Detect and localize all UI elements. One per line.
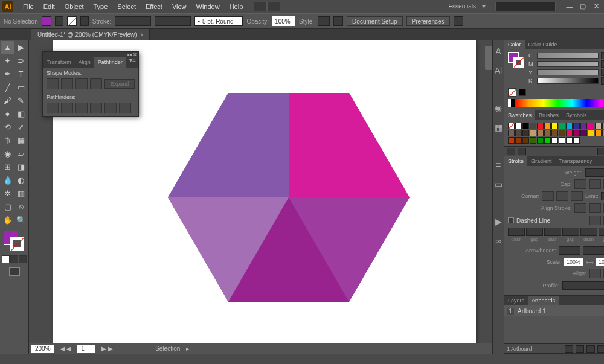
search-input[interactable] bbox=[495, 2, 556, 11]
tab-pathfinder[interactable]: Pathfinder bbox=[94, 57, 126, 68]
actions-panel-icon[interactable]: ▶ bbox=[493, 216, 504, 227]
stroke-color-swatch[interactable] bbox=[67, 16, 77, 26]
swatch[interactable] bbox=[544, 130, 551, 136]
swatch[interactable] bbox=[559, 137, 565, 144]
corner-round-button[interactable] bbox=[556, 191, 568, 201]
symbol-sprayer-tool[interactable]: ✲ bbox=[1, 187, 14, 200]
stroke-weight-input[interactable] bbox=[115, 16, 151, 26]
mesh-tool[interactable]: ⊞ bbox=[1, 161, 14, 173]
transform-panel-icon[interactable]: ▭ bbox=[493, 179, 504, 190]
direct-selection-tool[interactable]: ▶ bbox=[14, 41, 27, 54]
status-chevron-icon[interactable]: ▸ bbox=[186, 345, 189, 352]
rectangle-tool[interactable]: ▭ bbox=[14, 81, 27, 94]
m-value[interactable] bbox=[601, 60, 604, 68]
swatch[interactable] bbox=[508, 130, 515, 136]
tab-artboards[interactable]: Artboards bbox=[528, 296, 559, 305]
swatch[interactable] bbox=[537, 130, 544, 136]
tab-transparency[interactable]: Transparency bbox=[556, 156, 596, 166]
close-button[interactable]: ✕ bbox=[591, 2, 602, 11]
links-panel-icon[interactable]: ∞ bbox=[493, 235, 504, 246]
menu-select[interactable]: Select bbox=[112, 3, 141, 10]
cap-round-button[interactable] bbox=[589, 179, 601, 189]
draw-inside-mode[interactable] bbox=[19, 255, 27, 263]
glyphs-panel-icon[interactable]: Al bbox=[493, 65, 504, 76]
page-number[interactable]: 1 bbox=[77, 345, 95, 353]
swatch[interactable] bbox=[588, 123, 594, 129]
pencil-tool[interactable]: ✎ bbox=[14, 94, 27, 107]
swatch-library-icon[interactable] bbox=[507, 148, 515, 155]
swatch[interactable] bbox=[544, 137, 551, 144]
tab-transform[interactable]: Transform bbox=[43, 57, 75, 68]
vertical-scrollbar[interactable] bbox=[484, 40, 492, 332]
dash3-input[interactable] bbox=[580, 228, 597, 236]
swatch[interactable] bbox=[515, 137, 522, 144]
tab-color[interactable]: Color bbox=[504, 40, 525, 49]
swatch[interactable] bbox=[551, 123, 558, 129]
menu-edit[interactable]: Edit bbox=[39, 3, 60, 10]
swatch[interactable] bbox=[566, 130, 573, 136]
new-swatch-icon[interactable] bbox=[597, 148, 604, 155]
swatch[interactable] bbox=[522, 130, 529, 136]
tab-brushes[interactable]: Brushes bbox=[535, 110, 562, 120]
maximize-button[interactable]: ▢ bbox=[577, 2, 588, 11]
menu-view[interactable]: View bbox=[167, 3, 191, 10]
tab-swatches[interactable]: Swatches bbox=[504, 110, 535, 120]
swatch[interactable] bbox=[559, 123, 565, 129]
swatch[interactable] bbox=[595, 130, 602, 136]
arrow-start-dropdown[interactable] bbox=[559, 246, 580, 255]
tab-stroke[interactable]: Stroke bbox=[504, 156, 527, 166]
line-tool[interactable]: ╱ bbox=[1, 81, 14, 94]
swatch[interactable] bbox=[530, 137, 536, 144]
pathfinder-panel[interactable]: ◂◂✕ Transform Align Pathfinder ▾≡ Shape … bbox=[42, 51, 139, 117]
tab-gradient[interactable]: Gradient bbox=[527, 156, 556, 166]
shape-builder-tool[interactable]: ◉ bbox=[1, 147, 14, 160]
weight-input[interactable] bbox=[585, 168, 604, 177]
swatch[interactable] bbox=[588, 130, 594, 136]
tab-layers[interactable]: Layers bbox=[504, 296, 528, 305]
swatch[interactable] bbox=[551, 130, 558, 136]
page-nav-fwd[interactable]: ▶ ▶ bbox=[101, 345, 113, 352]
merge-button[interactable] bbox=[76, 103, 88, 113]
swatch[interactable] bbox=[508, 137, 515, 144]
scale-tool[interactable]: ⤢ bbox=[14, 121, 27, 133]
m-slider[interactable] bbox=[537, 61, 599, 67]
eraser-tool[interactable]: ◧ bbox=[14, 107, 27, 120]
workspace-switcher[interactable]: Essentials bbox=[448, 3, 476, 10]
y-slider[interactable] bbox=[537, 69, 599, 75]
pen-tool[interactable]: ✒ bbox=[1, 68, 14, 80]
dashed-line-checkbox[interactable] bbox=[508, 217, 514, 223]
opacity-input[interactable]: 100% bbox=[272, 16, 295, 26]
appearance-panel-icon[interactable]: ◉ bbox=[493, 103, 504, 113]
c-value[interactable] bbox=[601, 52, 604, 59]
scrollbar-thumb[interactable] bbox=[485, 46, 492, 70]
screen-mode[interactable] bbox=[1, 267, 27, 276]
tab-align[interactable]: Align bbox=[75, 57, 94, 68]
new-artboard-icon[interactable] bbox=[597, 345, 604, 353]
gap3-input[interactable] bbox=[599, 228, 604, 236]
lasso-tool[interactable]: ⊃ bbox=[14, 54, 27, 67]
dash-preserve-button[interactable] bbox=[589, 216, 601, 225]
document-tab[interactable]: Untitled-1* @ 200% (CMYK/Preview) x bbox=[31, 29, 150, 40]
swatch[interactable] bbox=[573, 130, 580, 136]
swatch[interactable] bbox=[566, 137, 573, 144]
panel-menu-icon[interactable]: ▾≡ bbox=[127, 57, 138, 68]
artboard-row[interactable]: 1 Artboard 1 ▭ bbox=[504, 305, 604, 316]
swatch-options-icon[interactable] bbox=[518, 148, 526, 155]
menu-file[interactable]: File bbox=[18, 3, 39, 10]
move-down-icon[interactable] bbox=[586, 345, 595, 353]
swatch[interactable] bbox=[595, 123, 602, 129]
gradient-tool[interactable]: ◨ bbox=[14, 161, 27, 173]
draw-normal-mode[interactable] bbox=[2, 255, 10, 263]
zoom-level[interactable]: 200% bbox=[31, 345, 54, 353]
c-slider[interactable] bbox=[537, 53, 599, 59]
page-nav[interactable]: ◀ ◀ bbox=[60, 345, 72, 352]
swatch[interactable] bbox=[515, 123, 522, 129]
perspective-tool[interactable]: ▱ bbox=[14, 147, 27, 160]
menu-effect[interactable]: Effect bbox=[141, 3, 167, 10]
hand-tool[interactable]: ✋ bbox=[1, 214, 14, 226]
menu-object[interactable]: Object bbox=[60, 3, 89, 10]
type-tool[interactable]: T bbox=[14, 68, 27, 80]
swatch[interactable] bbox=[551, 137, 558, 144]
divide-button[interactable] bbox=[47, 103, 59, 113]
swatch[interactable] bbox=[522, 137, 529, 144]
